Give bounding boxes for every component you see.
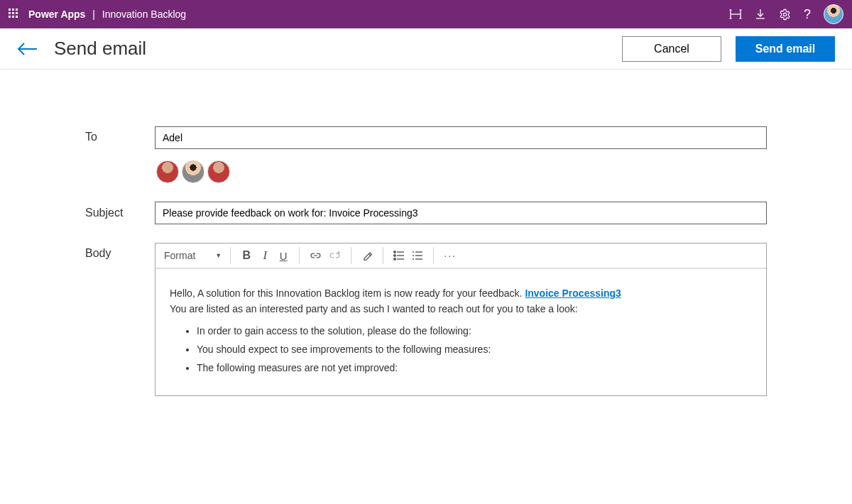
svg-point-13 [394,251,395,253]
to-row: To [85,126,767,183]
recipient-avatars [155,160,767,183]
unlink-button[interactable] [329,251,341,261]
recipient-avatar[interactable] [156,160,179,183]
topbar-actions: ? [729,4,843,24]
send-email-button[interactable]: Send email [736,36,835,62]
page-title: Send email [54,38,146,60]
toolbar-separator [230,247,231,264]
body-label: Body [85,243,155,260]
bulleted-list-button[interactable] [393,251,405,261]
toolbar-separator [383,247,383,264]
back-button[interactable] [17,42,38,56]
recipient-avatar[interactable] [182,160,204,183]
svg-point-9 [783,13,786,16]
body-editor-area[interactable]: Hello, A solution for this Innovation Ba… [155,269,766,395]
global-topbar: Power Apps | Innovation Backlog [0,0,852,28]
intro-text: Hello, A solution for this Innovation Ba… [170,287,525,299]
download-icon[interactable] [755,9,766,20]
list-item: The following measures are not yet impro… [197,361,752,376]
toolbar-separator [299,247,300,264]
brand-name: Power Apps [28,9,85,20]
bold-button[interactable]: B [241,249,252,262]
more-options-button[interactable]: ··· [444,250,457,261]
email-form: To Subject Body Format ▼ [0,70,852,396]
app-name: Innovation Backlog [102,9,186,20]
to-label: To [85,126,155,143]
clear-format-button[interactable] [361,250,373,261]
format-label: Format [164,250,195,261]
help-icon[interactable]: ? [804,7,811,22]
toolbar-separator [433,247,434,264]
subject-row: Subject [85,202,767,224]
body-line-1: Hello, A solution for this Innovation Ba… [170,286,752,302]
editor-toolbar: Format ▼ B I U [155,243,766,269]
app-launcher-icon[interactable] [9,9,20,20]
fit-icon[interactable] [729,9,742,20]
page-header: Send email Cancel Send email [0,28,852,70]
subject-input[interactable] [155,202,767,224]
rich-text-editor: Format ▼ B I U [155,243,767,396]
list-item: In order to gain access to the solution,… [197,324,752,339]
svg-point-17 [394,258,395,260]
item-link[interactable]: Invoice Processing3 [525,287,621,299]
body-bullet-list: In order to gain access to the solution,… [197,324,752,376]
user-avatar[interactable] [824,4,843,24]
underline-button[interactable]: U [278,250,289,262]
chevron-down-icon: ▼ [215,252,222,259]
numbered-list-button[interactable] [412,251,423,261]
gear-icon[interactable] [779,9,791,21]
body-line-2: You are listed as an interested party an… [170,302,752,317]
recipient-avatar[interactable] [207,160,230,183]
body-row: Body Format ▼ B I U [85,243,767,396]
toolbar-separator [351,247,351,264]
svg-point-15 [394,255,395,256]
link-button[interactable] [310,251,322,261]
subject-label: Subject [85,207,155,219]
to-input[interactable] [155,126,767,149]
italic-button[interactable]: I [259,248,271,263]
topbar-divider: | [92,9,95,20]
list-item: You should expect to see improvements to… [197,342,752,358]
format-dropdown[interactable]: Format ▼ [164,250,226,261]
topbar-title: Power Apps | Innovation Backlog [28,9,186,20]
cancel-button[interactable]: Cancel [622,36,721,62]
